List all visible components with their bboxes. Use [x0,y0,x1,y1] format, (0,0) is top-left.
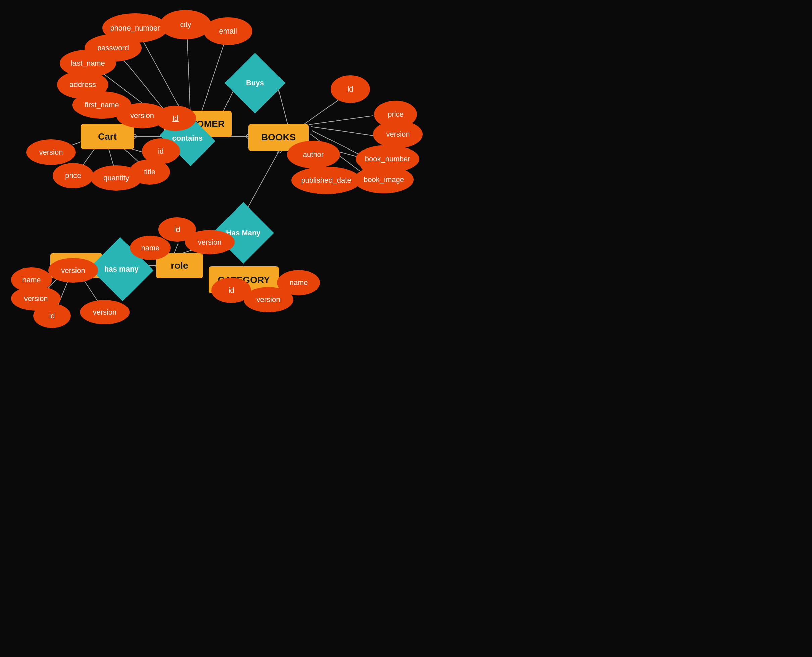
svg-line-44 [175,244,178,253]
attr-city: city [160,10,211,39]
attr-published-date: published_date [291,167,361,194]
diagram-container: CUSTOMER BOOKS Cart CATEGORY user role B… [0,0,812,657]
attr-id-user: id [33,304,71,328]
attr-version-user3: version [48,258,98,283]
svg-line-14 [309,116,373,125]
attr-email: email [204,17,252,45]
attr-version-category: version [244,287,293,312]
attr-version-user2: version [80,300,130,324]
attr-id-books: id [331,75,370,103]
attr-title-cart: title [129,159,170,185]
svg-line-15 [311,127,373,136]
attr-name-role: name [130,236,171,260]
attr-book-image: book_image [354,166,414,193]
svg-line-11 [278,87,288,126]
entity-cart[interactable]: Cart [81,124,134,149]
attr-version-role: version [185,230,234,254]
attr-author: author [287,141,340,168]
attr-version-books: version [373,121,423,148]
attr-version-cart: version [26,139,76,165]
attr-price-cart: price [53,163,94,188]
svg-line-30 [244,151,279,215]
svg-line-2 [198,32,228,122]
attr-id-customer: Id [155,106,196,131]
